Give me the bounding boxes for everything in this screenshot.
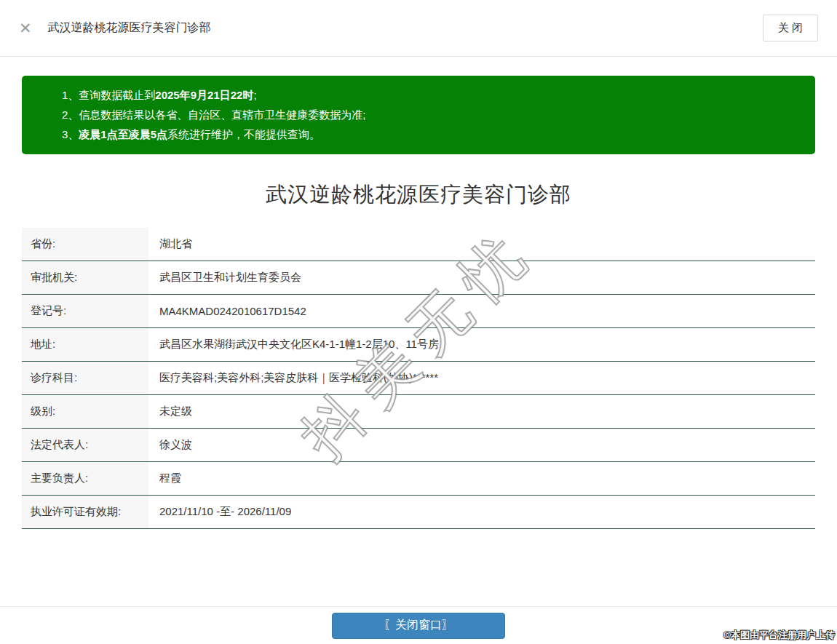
row-label: 诊疗科目: [22,362,148,394]
table-row: 执业许可证有效期:2021/11/10 -至- 2026/11/09 [22,496,815,529]
close-window-button[interactable]: 〖关闭窗口〗 [332,613,505,639]
row-label: 登记号: [22,295,148,327]
modal-footer: 〖关闭窗口〗 [0,606,837,644]
page-title: 武汉逆龄桃花源医疗美容门诊部 [0,180,837,210]
row-label: 级别: [22,395,148,428]
row-value: 程霞 [148,472,815,485]
row-value: 医疗美容科;美容外科;美容皮肤科｜医学检验科(外协)****** [148,371,815,385]
row-value: 湖北省 [148,237,815,251]
table-row: 登记号:MA4KMAD0242010617D1542 [22,295,815,328]
table-row: 省份:湖北省 [22,228,815,261]
table-row: 主要负责人:程霞 [22,462,815,496]
notice-banner: 1、查询数据截止到2025年9月21日22时;2、信息数据结果以各省、自治区、直… [22,76,815,154]
row-value: 武昌区水果湖街武汉中央文化区K4-1-1幢1-2层10、11号房 [148,338,815,351]
modal-header: ✕ 武汉逆龄桃花源医疗美容门诊部 关 闭 [0,0,837,57]
close-icon[interactable]: ✕ [19,20,32,36]
row-value: 未定级 [148,405,815,418]
row-value: 2021/11/10 -至- 2026/11/09 [148,505,815,519]
row-label: 法定代表人: [22,429,148,461]
notice-line-3: 3、凌晨1点至凌晨5点系统进行维护，不能提供查询。 [62,124,801,144]
close-button[interactable]: 关 闭 [763,15,818,41]
row-value: 武昌区卫生和计划生育委员会 [148,271,815,285]
header-title: 武汉逆龄桃花源医疗美容门诊部 [48,20,763,36]
table-row: 审批机关:武昌区卫生和计划生育委员会 [22,261,815,295]
row-value: MA4KMAD0242010617D1542 [148,305,815,317]
table-row: 地址:武昌区水果湖街武汉中央文化区K4-1-1幢1-2层10、11号房 [22,328,815,362]
table-row: 诊疗科目:医疗美容科;美容外科;美容皮肤科｜医学检验科(外协)****** [22,362,815,395]
table-row: 法定代表人:徐义波 [22,429,815,462]
table-row: 级别:未定级 [22,395,815,429]
notice-line-1: 1、查询数据截止到2025年9月21日22时; [62,85,801,105]
notice-line-2: 2、信息数据结果以各省、自治区、直辖市卫生健康委数据为准; [62,105,801,124]
row-value: 徐义波 [148,438,815,452]
row-label: 省份: [22,228,148,261]
row-label: 地址: [22,328,148,361]
info-table: 省份:湖北省审批机关:武昌区卫生和计划生育委员会登记号:MA4KMAD02420… [22,228,815,529]
license-query-modal: ✕ 武汉逆龄桃花源医疗美容门诊部 关 闭 1、查询数据截止到2025年9月21日… [0,0,837,644]
row-label: 执业许可证有效期: [22,496,148,528]
row-label: 主要负责人: [22,462,148,495]
row-label: 审批机关: [22,261,148,294]
